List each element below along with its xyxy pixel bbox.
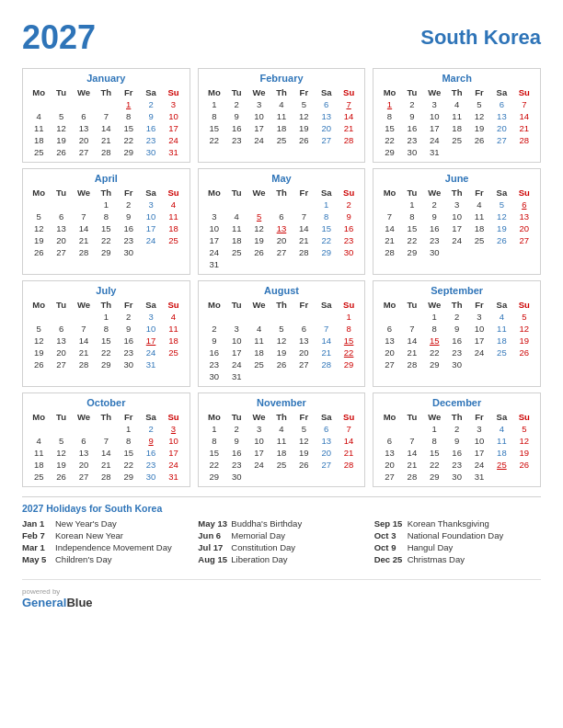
calendar-day [247, 311, 270, 323]
calendar-day [225, 258, 247, 270]
month-name: April [28, 173, 185, 184]
calendar-day: 30 [140, 471, 162, 483]
calendar-day: 21 [73, 234, 95, 246]
calendar-day: 23 [225, 459, 247, 471]
calendar-day: 26 [28, 246, 50, 258]
weekday-header: We [247, 299, 270, 311]
calendar-day: 22 [95, 234, 117, 246]
calendar-day: 16 [140, 122, 162, 134]
calendar-day: 11 [28, 122, 50, 134]
calendar-day [247, 258, 270, 270]
month-table: MoTuWeThFrSaSu12345678910111213141516171… [28, 411, 185, 483]
month-table: MoTuWeThFrSaSu12345678910111213141516171… [28, 187, 185, 258]
calendar-day: 10 [247, 435, 270, 447]
weekday-header: Tu [401, 187, 423, 199]
calendar-day: 14 [95, 447, 117, 459]
calendar-day: 24 [140, 234, 162, 246]
calendar-day: 16 [118, 335, 140, 347]
calendar-day: 9 [140, 435, 162, 447]
calendar-day: 17 [247, 122, 270, 134]
weekday-header: Th [95, 86, 117, 98]
calendar-day: 25 [247, 358, 270, 370]
calendar-day: 20 [270, 234, 293, 246]
calendar-day: 21 [513, 122, 535, 134]
calendar-day [50, 423, 72, 435]
calendar-day: 26 [468, 134, 490, 146]
calendar-day: 19 [293, 447, 315, 459]
calendar-day: 21 [338, 447, 360, 459]
calendar-day: 12 [28, 222, 50, 234]
calendar-day: 22 [401, 234, 423, 246]
calendar-day: 7 [513, 98, 535, 110]
calendar-day: 26 [293, 459, 315, 471]
month-name: January [28, 73, 185, 84]
calendar-day [270, 311, 293, 323]
month-name: June [378, 173, 535, 184]
calendar-day: 17 [247, 447, 270, 459]
calendar-day: 27 [270, 246, 293, 258]
calendar-day: 11 [270, 435, 293, 447]
weekday-header: Su [162, 187, 184, 199]
calendar-day: 30 [445, 358, 467, 370]
calendar-day: 12 [50, 122, 72, 134]
calendar-day: 4 [28, 435, 50, 447]
calendar-day: 13 [378, 447, 400, 459]
calendar-day: 5 [270, 323, 293, 335]
calendar-day: 28 [338, 459, 360, 471]
brand-logo: GeneralBlue [22, 596, 93, 609]
calendar-day [378, 311, 400, 323]
weekday-header: Sa [140, 299, 162, 311]
weekday-header: Mo [203, 299, 225, 311]
holiday-name: Children's Day [55, 554, 111, 564]
calendar-day: 28 [338, 134, 360, 146]
weekday-header: We [423, 187, 445, 199]
calendar-day: 1 [118, 98, 140, 110]
month-name: November [203, 397, 361, 408]
calendar-day: 30 [401, 146, 423, 158]
calendar-day: 28 [401, 471, 423, 483]
calendar-day: 25 [490, 459, 512, 471]
calendar-day: 28 [401, 358, 423, 370]
calendar-day: 21 [316, 347, 338, 358]
calendar-day [95, 423, 117, 435]
month-block-september: SeptemberMoTuWeThFrSaSu12345678910111213… [373, 280, 541, 387]
calendar-day: 16 [118, 222, 140, 234]
calendar-day: 6 [293, 323, 315, 335]
holiday-item: May 5Children's Day [22, 554, 189, 564]
calendar-day: 22 [203, 134, 225, 146]
calendar-day: 9 [203, 335, 225, 347]
calendar-day [247, 370, 270, 382]
calendar-day: 11 [445, 110, 467, 122]
calendar-day: 26 [50, 146, 72, 158]
calendar-day [50, 98, 72, 110]
holiday-date: Jul 17 [198, 542, 227, 552]
calendar-day: 10 [162, 110, 184, 122]
calendar-day: 26 [270, 358, 293, 370]
calendar-day: 26 [513, 347, 535, 358]
calendar-day [293, 199, 315, 210]
calendar-day: 22 [316, 234, 338, 246]
calendar-day: 6 [73, 110, 95, 122]
calendar-day: 3 [247, 423, 270, 435]
calendar-day: 25 [225, 246, 247, 258]
weekday-header: Th [95, 187, 117, 199]
holiday-item: Jul 17Constitution Day [198, 542, 364, 552]
calendar-day: 16 [225, 447, 247, 459]
calendar-day [338, 370, 360, 382]
weekday-header: Sa [140, 86, 162, 98]
calendar-day: 17 [423, 122, 445, 134]
powered-by-text: powered by [22, 587, 93, 596]
holiday-date: Dec 25 [374, 554, 404, 564]
calendar-day: 29 [203, 471, 225, 483]
calendar-day: 15 [118, 447, 140, 459]
calendar-day: 4 [445, 98, 467, 110]
calendar-day: 23 [423, 234, 445, 246]
calendar-day: 8 [423, 323, 445, 335]
weekday-header: We [73, 299, 95, 311]
calendar-day: 10 [468, 323, 490, 335]
calendar-day: 25 [28, 146, 50, 158]
calendar-day: 2 [401, 98, 423, 110]
calendar-day: 29 [95, 246, 117, 258]
calendar-day: 5 [490, 199, 512, 210]
calendar-day: 15 [316, 222, 338, 234]
